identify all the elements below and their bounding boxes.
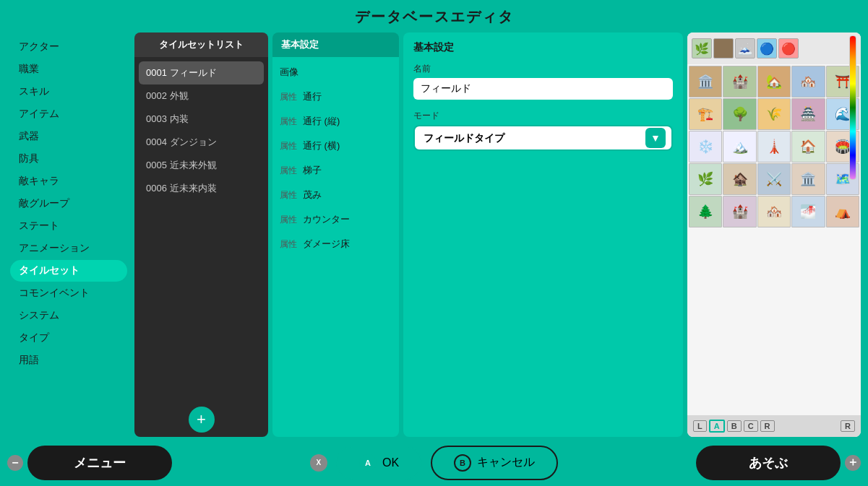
tile-cell[interactable]: 🏠 xyxy=(791,131,825,162)
bottom-center-controls: X A OK B キャンセル xyxy=(310,446,558,480)
tileset-item-0001[interactable]: 0001 フィールド xyxy=(139,61,264,84)
sidebar-item-terms[interactable]: 用語 xyxy=(10,350,127,371)
tileset-item-0005[interactable]: 0005 近未来外観 xyxy=(139,154,264,177)
sidebar-item-enemy[interactable]: 敵キャラ xyxy=(10,170,127,192)
x-badge: X xyxy=(310,454,327,472)
tileset-item-0003[interactable]: 0003 内装 xyxy=(139,108,264,131)
tileset-list-header: タイルセットリスト xyxy=(134,32,268,57)
b-badge: B xyxy=(454,454,471,472)
tileset-footer: L A B C R R xyxy=(687,415,861,437)
tile-cell[interactable]: ⚔️ xyxy=(757,163,791,195)
basic-settings-header: 基本設定 xyxy=(272,32,399,57)
ok-button[interactable]: A OK xyxy=(336,446,422,480)
settings-image-label: 画像 xyxy=(280,66,298,79)
sidebar-item-type[interactable]: タイプ xyxy=(10,327,127,349)
tile-cell[interactable]: ⛺ xyxy=(826,196,859,227)
mode-label: モード xyxy=(413,110,673,122)
tileset-image-panel: 🌿 🗻 🔵 🔴 🏛️ 🏰 🏡 🏘️ ⛩️ 🏗️ 🌳 🌾 xyxy=(687,32,861,437)
tile-cell[interactable]: 🏚️ xyxy=(723,163,756,195)
tile-cell[interactable]: 🏛️ xyxy=(689,66,722,97)
config-panel: 基本設定 名前 モード フィールドタイプ ワールドタイプ ダンジョンタイプ ▼ xyxy=(403,32,683,437)
settings-item-passable-v[interactable]: 属性 通行 (縦) xyxy=(272,109,399,134)
tile-cell[interactable]: ❄️ xyxy=(689,131,722,162)
badge-b[interactable]: B xyxy=(727,420,742,432)
tile-cell[interactable]: 🌿 xyxy=(689,163,722,195)
tile-cell[interactable]: 🏔️ xyxy=(723,131,756,162)
mode-select-wrapper: フィールドタイプ ワールドタイプ ダンジョンタイプ ▼ xyxy=(413,125,673,151)
tile-cell[interactable]: 🌳 xyxy=(723,98,756,130)
name-field-group: 名前 xyxy=(413,63,673,100)
tileset-list-body: 0001 フィールド 0002 外観 0003 内装 0004 ダンジョン 00… xyxy=(134,57,268,437)
sidebar-item-tileset[interactable]: タイルセット xyxy=(10,260,127,282)
sidebar-item-job[interactable]: 職業 xyxy=(10,58,127,80)
menu-section: − メニュー xyxy=(7,446,172,480)
sidebar: アクター 職業 スキル アイテム 武器 防具 敵キャラ 敵グループ ステート ア… xyxy=(7,32,130,437)
color-gradient-bar[interactable] xyxy=(849,35,856,180)
badge-r-right: R xyxy=(841,420,855,432)
cancel-button[interactable]: B キャンセル xyxy=(431,446,558,480)
tile-cell[interactable]: 🌁 xyxy=(791,196,825,227)
mode-field-group: モード フィールドタイプ ワールドタイプ ダンジョンタイプ ▼ xyxy=(413,110,673,151)
tile-cell[interactable]: 🌲 xyxy=(689,196,722,227)
sidebar-item-actor[interactable]: アクター xyxy=(10,36,127,58)
a-badge: A xyxy=(359,454,377,472)
tile-cell[interactable]: 🏯 xyxy=(791,98,825,130)
settings-item-passable-h[interactable]: 属性 通行 (横) xyxy=(272,134,399,158)
sidebar-item-animation[interactable]: アニメーション xyxy=(10,238,127,259)
tileset-item-0004[interactable]: 0004 ダンジョン xyxy=(139,131,264,154)
page-title: データベースエディタ xyxy=(0,0,868,32)
minus-icon[interactable]: − xyxy=(7,455,23,471)
sidebar-item-enemy-group[interactable]: 敵グループ xyxy=(10,193,127,214)
settings-item-ladder[interactable]: 属性 梯子 xyxy=(272,158,399,183)
tile-cell[interactable]: 🏘️ xyxy=(791,66,825,97)
tile-cell[interactable]: 🏘️ xyxy=(757,196,791,227)
settings-item-passable[interactable]: 属性 通行 xyxy=(272,84,399,109)
settings-item-damage-floor[interactable]: 属性 ダメージ床 xyxy=(272,232,399,256)
play-button[interactable]: あそぶ xyxy=(696,446,841,480)
settings-item-counter[interactable]: 属性 カウンター xyxy=(272,207,399,232)
basic-settings-body: 画像 属性 通行 属性 通行 (縦) 属性 通行 (横) 属性 梯子 属性 茂み xyxy=(272,57,399,437)
sidebar-item-item[interactable]: アイテム xyxy=(10,103,127,125)
bottom-bar: − メニュー X A OK B キャンセル あそぶ ＋ xyxy=(0,439,868,486)
settings-item-bush[interactable]: 属性 茂み xyxy=(272,183,399,207)
name-input[interactable] xyxy=(413,78,673,100)
tile-cell[interactable]: 🏰 xyxy=(723,196,756,227)
badge-l: L xyxy=(693,420,707,432)
tileset-item-0002[interactable]: 0002 外観 xyxy=(139,84,264,108)
ok-label: OK xyxy=(382,456,399,469)
sidebar-item-weapon[interactable]: 武器 xyxy=(10,126,127,147)
sidebar-item-state[interactable]: ステート xyxy=(10,215,127,237)
tile-cell[interactable]: 🗼 xyxy=(757,131,791,162)
sidebar-item-system[interactable]: システム xyxy=(10,305,127,326)
tileset-grid: 🏛️ 🏰 🏡 🏘️ ⛩️ 🏗️ 🌳 🌾 🏯 🌊 ❄️ 🏔️ 🗼 🏠 🏟️ 🌿 xyxy=(689,66,859,227)
sidebar-item-skill[interactable]: スキル xyxy=(10,81,127,103)
tile-cell[interactable]: 🏰 xyxy=(723,66,756,97)
tile-cell[interactable]: 🏡 xyxy=(757,66,791,97)
tile-cell[interactable]: 🏛️ xyxy=(791,163,825,195)
mode-select[interactable]: フィールドタイプ ワールドタイプ ダンジョンタイプ xyxy=(413,125,673,151)
config-title: 基本設定 xyxy=(413,41,673,54)
name-label: 名前 xyxy=(413,63,673,75)
badge-a[interactable]: A xyxy=(709,420,725,433)
sidebar-item-armor[interactable]: 防具 xyxy=(10,148,127,170)
cancel-label: キャンセル xyxy=(477,455,535,470)
tile-cell[interactable]: 🏗️ xyxy=(689,98,722,130)
settings-item-image[interactable]: 画像 xyxy=(272,60,399,84)
add-tileset-button[interactable]: + xyxy=(189,407,215,433)
badge-c[interactable]: C xyxy=(744,420,758,432)
sidebar-item-common-event[interactable]: コモンイベント xyxy=(10,282,127,304)
menu-button[interactable]: メニュー xyxy=(27,446,172,480)
play-section: あそぶ ＋ xyxy=(696,446,861,480)
badge-r[interactable]: R xyxy=(760,420,775,432)
tileset-item-0006[interactable]: 0006 近未来内装 xyxy=(139,177,264,200)
plus-icon[interactable]: ＋ xyxy=(845,455,861,471)
tile-cell[interactable]: 🌾 xyxy=(757,98,791,130)
